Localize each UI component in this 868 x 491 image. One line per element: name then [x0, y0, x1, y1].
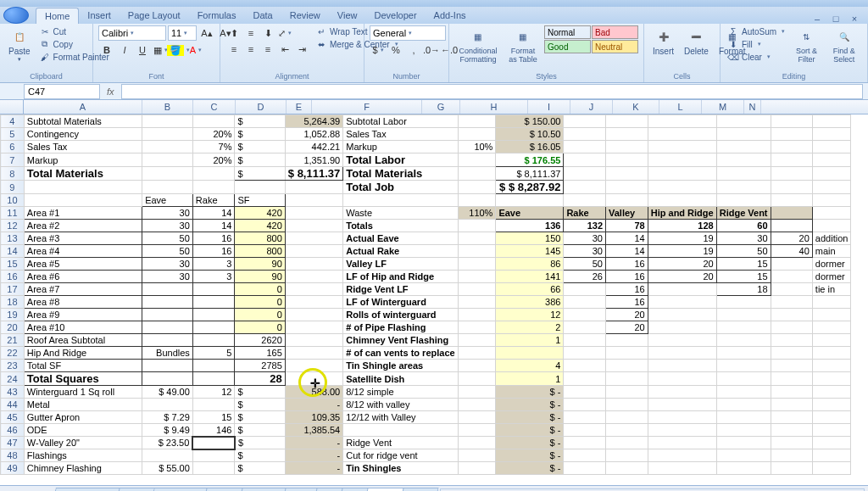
- cell[interactable]: [192, 181, 235, 194]
- cell[interactable]: [458, 462, 496, 475]
- cell[interactable]: $ 176.55: [496, 153, 564, 167]
- cell[interactable]: 420: [235, 207, 285, 220]
- sheet-tab--1[interactable]: #1: [314, 488, 343, 492]
- cell[interactable]: [564, 462, 606, 475]
- cell[interactable]: [716, 386, 771, 399]
- cell[interactable]: 30: [564, 245, 606, 258]
- cell[interactable]: [496, 194, 564, 207]
- cell[interactable]: $: [235, 128, 285, 141]
- cell[interactable]: [606, 360, 648, 372]
- cell[interactable]: [192, 296, 235, 309]
- cell[interactable]: [192, 462, 235, 475]
- cell[interactable]: [285, 271, 342, 283]
- cell[interactable]: [648, 347, 716, 360]
- cell[interactable]: [192, 283, 235, 296]
- row-header[interactable]: 9: [1, 181, 25, 194]
- cell[interactable]: Markup: [24, 153, 142, 167]
- cell[interactable]: $ -: [496, 424, 564, 437]
- row-header[interactable]: 20: [1, 321, 25, 334]
- cell[interactable]: 86: [496, 258, 564, 271]
- cell[interactable]: 800: [235, 245, 285, 258]
- row-header[interactable]: 43: [1, 386, 25, 399]
- cell[interactable]: [716, 321, 771, 334]
- cell[interactable]: [648, 372, 716, 386]
- row-header[interactable]: 44: [1, 399, 25, 411]
- cell[interactable]: [716, 296, 771, 309]
- fill-color-button[interactable]: 🪣: [170, 42, 186, 58]
- cell[interactable]: [771, 309, 812, 321]
- cell[interactable]: 2620: [235, 334, 285, 347]
- cell[interactable]: 1,351.90: [285, 153, 342, 167]
- cell[interactable]: [648, 181, 716, 194]
- cell[interactable]: [142, 115, 193, 128]
- close-button[interactable]: ×: [848, 14, 861, 24]
- cell[interactable]: 66: [496, 283, 564, 296]
- cell[interactable]: [812, 334, 851, 347]
- column-header[interactable]: G: [422, 100, 460, 114]
- cell[interactable]: [564, 334, 606, 347]
- fx-icon[interactable]: fx: [100, 86, 121, 97]
- cell[interactable]: [458, 321, 496, 334]
- cell[interactable]: $ 55.00: [142, 462, 193, 475]
- cell[interactable]: [771, 283, 812, 296]
- cell[interactable]: # of can vents to replace: [343, 347, 458, 360]
- row-header[interactable]: 18: [1, 296, 25, 309]
- row-header[interactable]: 21: [1, 334, 25, 347]
- cell[interactable]: 14: [192, 220, 235, 232]
- cell[interactable]: 145: [496, 245, 564, 258]
- cell[interactable]: $: [235, 386, 285, 399]
- cell[interactable]: [716, 194, 771, 207]
- cell[interactable]: Totals: [343, 220, 458, 232]
- cell[interactable]: Actual Eave: [343, 232, 458, 245]
- row-header[interactable]: 45: [1, 411, 25, 424]
- cell[interactable]: [564, 372, 606, 386]
- cell[interactable]: Area #5: [24, 258, 142, 271]
- sort-filter-button[interactable]: ⇅Sort & Filter: [790, 25, 823, 65]
- column-header[interactable]: A: [24, 100, 142, 114]
- cell[interactable]: [771, 386, 812, 399]
- cell[interactable]: ODE: [24, 424, 142, 437]
- cell[interactable]: [285, 220, 342, 232]
- cell[interactable]: $ 8,111.37: [496, 167, 564, 181]
- cell[interactable]: Total Job: [343, 181, 458, 194]
- cell[interactable]: W-Valley 20": [24, 437, 142, 449]
- ribbon-tab-page-layout[interactable]: Page Layout: [120, 8, 189, 24]
- cell[interactable]: $ 8,111.37: [285, 167, 342, 181]
- row-header[interactable]: 11: [1, 207, 25, 220]
- percent-button[interactable]: %: [387, 42, 404, 58]
- cell[interactable]: 60: [716, 220, 771, 232]
- cell[interactable]: [812, 115, 851, 128]
- cell[interactable]: 50: [564, 258, 606, 271]
- cell[interactable]: 20: [606, 309, 648, 321]
- cell[interactable]: 0: [235, 296, 285, 309]
- cell[interactable]: 136: [496, 220, 564, 232]
- cell[interactable]: [343, 194, 458, 207]
- cell[interactable]: LF of Winterguard: [343, 296, 458, 309]
- cell[interactable]: $ -: [496, 386, 564, 399]
- align-right-button[interactable]: ≡: [259, 42, 276, 57]
- format-as-table-button[interactable]: ▦Format as Table: [505, 25, 541, 65]
- cell[interactable]: [771, 399, 812, 411]
- cell[interactable]: Area #6: [24, 271, 142, 283]
- cell[interactable]: 26: [564, 271, 606, 283]
- cell[interactable]: $ 150.00: [496, 115, 564, 128]
- cell[interactable]: [458, 372, 496, 386]
- cell[interactable]: addition: [812, 232, 851, 245]
- grow-font-button[interactable]: A▴: [198, 25, 215, 41]
- cell[interactable]: [458, 296, 496, 309]
- cell[interactable]: $ 10.50: [496, 128, 564, 141]
- cell[interactable]: 16: [192, 245, 235, 258]
- cell[interactable]: [458, 181, 496, 194]
- cell[interactable]: $ 7.29: [142, 411, 193, 424]
- cell[interactable]: 420: [235, 220, 285, 232]
- cell[interactable]: 3: [192, 271, 235, 283]
- cell[interactable]: [458, 153, 496, 167]
- cell[interactable]: [812, 386, 851, 399]
- cell[interactable]: 7%: [192, 141, 235, 153]
- column-header[interactable]: D: [236, 100, 287, 114]
- clear-button[interactable]: ⌫Clear: [726, 51, 787, 63]
- cell[interactable]: 28: [235, 372, 285, 386]
- cell[interactable]: $: [235, 399, 285, 411]
- cell[interactable]: Gutter Apron: [24, 411, 142, 424]
- cell[interactable]: [142, 372, 193, 386]
